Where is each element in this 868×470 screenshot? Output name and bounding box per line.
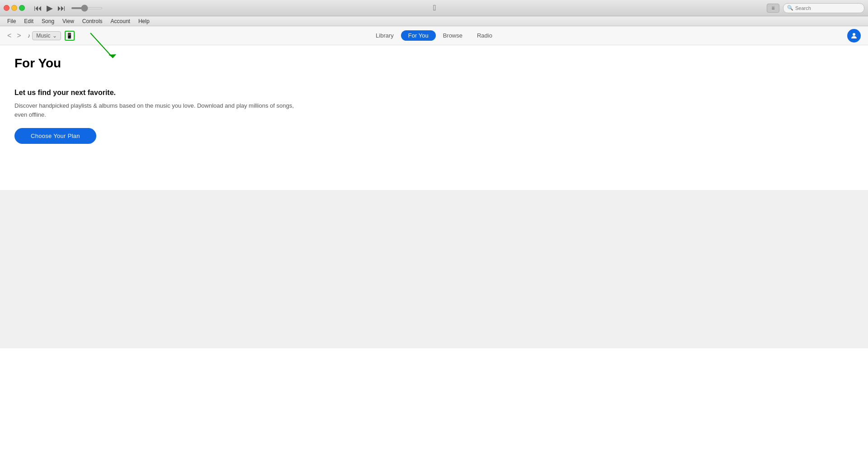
search-icon: 🔍 (787, 5, 793, 11)
list-view-icon: ≡ (771, 5, 774, 11)
menu-view[interactable]: View (59, 16, 78, 26)
minimize-window-button[interactable] (11, 5, 17, 11)
search-box[interactable]: 🔍 (783, 3, 864, 13)
source-label: Music (36, 33, 50, 39)
nav-left: < > ♪ Music ⌄ 📱 (5, 31, 75, 41)
promo-heading: Let us find your next favorite. (14, 89, 295, 97)
apple-logo-icon:  (433, 3, 436, 13)
playback-controls: ⏮ ▶ ⏭ (33, 4, 103, 12)
nav-forward-button[interactable]: > (15, 31, 23, 41)
window-controls (4, 5, 25, 11)
title-bar-right: ≡ 🔍 (767, 3, 864, 13)
nav-bar: < > ♪ Music ⌄ 📱 Library For You Browse R… (0, 26, 868, 45)
volume-slider[interactable] (71, 7, 103, 9)
nav-tabs: Library For You Browse Radio (368, 30, 500, 41)
promo-section: Let us find your next favorite. Discover… (14, 89, 295, 144)
lower-section (0, 190, 868, 348)
choose-plan-button[interactable]: Choose Your Plan (14, 128, 96, 144)
device-button-wrapper: 📱 (65, 31, 75, 41)
menu-song[interactable]: Song (38, 16, 58, 26)
maximize-window-button[interactable] (19, 5, 25, 11)
profile-icon[interactable] (847, 29, 861, 43)
device-icon: 📱 (66, 33, 73, 39)
dropdown-chevron-icon: ⌄ (52, 33, 57, 39)
source-dropdown[interactable]: Music ⌄ (32, 31, 61, 40)
forward-button[interactable]: ⏭ (57, 4, 66, 12)
nav-source: ♪ Music ⌄ (28, 31, 61, 40)
title-bar: ⏮ ▶ ⏭  ≡ 🔍 (0, 0, 868, 16)
rewind-button[interactable]: ⏮ (33, 4, 43, 12)
promo-description: Discover handpicked playlists & albums b… (14, 101, 295, 119)
music-note-icon: ♪ (28, 32, 31, 39)
nav-back-button[interactable]: < (5, 31, 13, 41)
page-title: For You (14, 56, 854, 71)
menu-controls[interactable]: Controls (79, 16, 106, 26)
menu-account[interactable]: Account (107, 16, 134, 26)
tab-browse[interactable]: Browse (436, 30, 470, 41)
svg-point-2 (853, 33, 855, 36)
device-button[interactable]: 📱 (65, 31, 75, 41)
menu-bar: File Edit Song View Controls Account Hel… (0, 16, 868, 26)
user-avatar-icon (850, 32, 858, 40)
menu-file[interactable]: File (4, 16, 19, 26)
title-bar-center:  (433, 3, 436, 13)
tab-radio[interactable]: Radio (470, 30, 500, 41)
list-view-button[interactable]: ≡ (767, 4, 779, 13)
search-input[interactable] (795, 5, 860, 11)
menu-help[interactable]: Help (135, 16, 153, 26)
menu-edit[interactable]: Edit (20, 16, 37, 26)
main-content: For You Let us find your next favorite. … (0, 45, 868, 190)
close-window-button[interactable] (4, 5, 9, 11)
tab-for-you[interactable]: For You (401, 30, 436, 41)
play-button[interactable]: ▶ (46, 4, 54, 12)
tab-library[interactable]: Library (368, 30, 401, 41)
title-bar-left: ⏮ ▶ ⏭ (4, 4, 103, 12)
